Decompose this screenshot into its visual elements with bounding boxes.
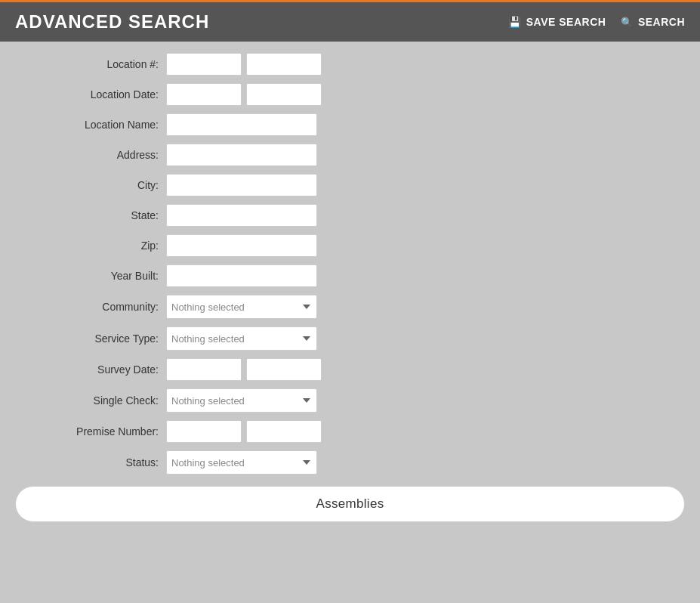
address-row: Address:	[0, 144, 700, 166]
single-check-label: Single Check:	[15, 394, 166, 407]
status-label: Status:	[15, 456, 166, 468]
survey-date-from[interactable]	[166, 358, 242, 381]
location-number-row: Location #:	[0, 53, 700, 76]
assemblies-bar: Assemblies	[15, 486, 685, 522]
location-number-inputs	[166, 53, 322, 76]
year-built-label: Year Built:	[15, 270, 166, 282]
save-icon	[508, 16, 522, 28]
year-built-input[interactable]	[166, 264, 317, 287]
service-type-select[interactable]: Nothing selected	[166, 326, 317, 351]
save-search-button[interactable]: SAVE SEARCH	[508, 16, 606, 28]
status-row: Status: Nothing selected	[0, 450, 700, 475]
location-date-inputs	[166, 83, 322, 106]
search-form: Location #: Location Date: Location Name…	[0, 42, 700, 545]
premise-number-label: Premise Number:	[15, 425, 166, 438]
search-button[interactable]: SEARCH	[621, 16, 685, 28]
city-input[interactable]	[166, 174, 317, 196]
city-row: City:	[0, 174, 700, 196]
single-check-row: Single Check: Nothing selected	[0, 388, 700, 413]
location-date-label: Location Date:	[15, 88, 166, 100]
location-date-to[interactable]	[246, 83, 322, 106]
page-title: ADVANCED SEARCH	[15, 11, 209, 32]
premise-number-from[interactable]	[166, 420, 242, 443]
address-input[interactable]	[166, 144, 317, 166]
page-header: ADVANCED SEARCH SAVE SEARCH SEARCH	[0, 0, 700, 42]
location-number-to[interactable]	[246, 53, 322, 76]
location-number-from[interactable]	[166, 53, 242, 76]
location-date-row: Location Date:	[0, 83, 700, 106]
state-input[interactable]	[166, 204, 317, 227]
city-label: City:	[15, 179, 166, 191]
search-icon	[621, 16, 634, 28]
status-select[interactable]: Nothing selected	[166, 450, 317, 475]
community-select[interactable]: Nothing selected	[166, 295, 317, 319]
location-date-from[interactable]	[166, 83, 242, 106]
premise-number-row: Premise Number:	[0, 420, 700, 443]
zip-input[interactable]	[166, 234, 317, 257]
location-number-label: Location #:	[15, 58, 166, 70]
survey-date-label: Survey Date:	[15, 363, 166, 376]
location-name-label: Location Name:	[15, 119, 166, 131]
address-label: Address:	[15, 149, 166, 161]
survey-date-row: Survey Date:	[0, 358, 700, 381]
premise-number-inputs	[166, 420, 322, 443]
location-name-row: Location Name:	[0, 113, 700, 136]
header-actions: SAVE SEARCH SEARCH	[508, 16, 685, 28]
premise-number-to[interactable]	[246, 420, 322, 443]
community-row: Community: Nothing selected	[0, 295, 700, 319]
state-label: State:	[15, 209, 166, 221]
community-label: Community:	[15, 301, 166, 313]
survey-date-inputs	[166, 358, 322, 381]
zip-label: Zip:	[15, 240, 166, 252]
location-name-input[interactable]	[166, 113, 317, 136]
zip-row: Zip:	[0, 234, 700, 257]
assemblies-button[interactable]: Assemblies	[15, 486, 685, 522]
single-check-select[interactable]: Nothing selected	[166, 388, 317, 413]
survey-date-to[interactable]	[246, 358, 322, 381]
service-type-row: Service Type: Nothing selected	[0, 326, 700, 351]
year-built-row: Year Built:	[0, 264, 700, 287]
service-type-label: Service Type:	[15, 332, 166, 345]
state-row: State:	[0, 204, 700, 227]
